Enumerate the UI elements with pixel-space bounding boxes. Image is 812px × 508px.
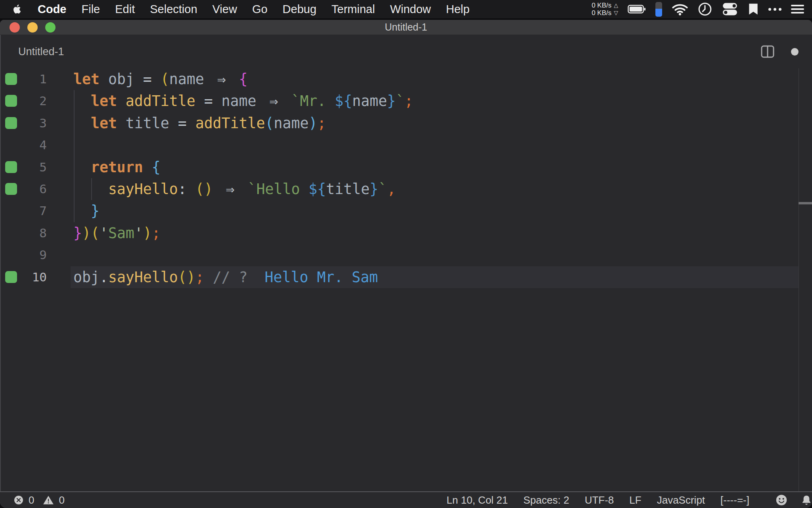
menu-list-icon[interactable] (791, 5, 804, 13)
code-line-1[interactable]: 1let obj = (name ⇒ { (0, 68, 812, 90)
menu-item-view[interactable]: View (213, 3, 237, 16)
status-item-utf-8[interactable]: UTF-8 (585, 494, 614, 506)
download-triangle-icon: ▽ (614, 9, 618, 17)
menu-item-file[interactable]: File (82, 3, 100, 16)
status-item-javascript[interactable]: JavaScript (657, 494, 705, 506)
code-line-3[interactable]: 3 let title = addTitle(name); (0, 112, 812, 134)
toggles-icon[interactable] (722, 2, 738, 17)
unsaved-changes-dot[interactable] (791, 48, 799, 56)
coverage-square (5, 117, 17, 129)
code-text: sayHello: () ⇒ `Hello ${title}`, (49, 178, 812, 200)
code-text: return { (49, 156, 812, 178)
coverage-square (5, 95, 17, 107)
code-line-6[interactable]: 6 sayHello: () ⇒ `Hello ${title}`, (0, 178, 812, 200)
line-number[interactable]: 7 (0, 200, 49, 222)
warnings-icon[interactable] (43, 495, 54, 505)
code-editor[interactable]: 1let obj = (name ⇒ {2 let addTitle = nam… (0, 68, 812, 491)
code-text: })('Sam'); (49, 222, 812, 244)
editor-tab-bar: Untitled-1 (0, 35, 812, 68)
clock-icon[interactable] (698, 2, 712, 16)
line-number[interactable]: 8 (0, 222, 49, 244)
status-bar: 0 0 Ln 10, Col 21Spaces: 2UTF-8LFJavaScr… (0, 491, 812, 508)
status-item-[interactable]: [----=-] (720, 494, 749, 506)
menu-bar-status-icons: 0 KB/s△ 0 KB/s▽ (592, 2, 804, 17)
menu-item-window[interactable]: Window (390, 3, 431, 16)
code-line-5[interactable]: 5 return { (0, 156, 812, 178)
status-item-lf[interactable]: LF (629, 494, 641, 506)
coverage-square (5, 73, 17, 85)
code-line-10[interactable]: 10obj.sayHello(); // ?Hello Mr. Sam (0, 266, 812, 288)
line-number[interactable]: 9 (0, 244, 49, 266)
tab-untitled-1[interactable]: Untitled-1 (18, 46, 64, 58)
code-line-4[interactable]: 4 (0, 134, 812, 156)
network-speed-indicator[interactable]: 0 KB/s△ 0 KB/s▽ (592, 2, 618, 17)
device-battery-icon[interactable] (655, 2, 662, 17)
window-title-bar[interactable]: Untitled-1 (0, 20, 812, 35)
line-number[interactable]: 4 (0, 134, 49, 156)
menu-item-go[interactable]: Go (252, 3, 268, 16)
coverage-square (5, 161, 17, 173)
code-text: obj.sayHello(); // ?Hello Mr. Sam (49, 266, 812, 288)
code-line-9[interactable]: 9 (0, 244, 812, 266)
notifications-bell-icon[interactable] (801, 494, 812, 506)
quokka-inline-value: Hello Mr. Sam (265, 269, 378, 286)
menu-item-debug[interactable]: Debug (283, 3, 316, 16)
warnings-count[interactable]: 0 (59, 494, 64, 506)
status-item-ln-10-col-21[interactable]: Ln 10, Col 21 (446, 494, 508, 506)
coverage-square (5, 271, 17, 283)
window-title: Untitled-1 (0, 21, 812, 33)
menu-item-selection[interactable]: Selection (150, 3, 197, 16)
vscode-window: Untitled-1 Untitled-1 1let obj = (name ⇒… (0, 20, 812, 508)
menu-item-help[interactable]: Help (446, 3, 470, 16)
status-item-spaces-2[interactable]: Spaces: 2 (523, 494, 569, 506)
code-text: let addTitle = name ⇒ `Mr. ${name}`; (49, 90, 812, 112)
menu-item-code[interactable]: Code (38, 3, 67, 16)
coverage-square (5, 183, 17, 195)
errors-icon[interactable] (13, 495, 24, 505)
code-text (49, 244, 812, 266)
battery-icon[interactable] (628, 4, 646, 14)
code-text: } (49, 200, 812, 222)
menu-items: Code FileEditSelectionViewGoDebugTermina… (38, 3, 469, 16)
menu-item-edit[interactable]: Edit (115, 3, 135, 16)
code-text (49, 134, 812, 156)
more-menu-icon[interactable] (768, 8, 781, 11)
split-editor-icon[interactable] (761, 45, 774, 58)
code-text: let obj = (name ⇒ { (49, 68, 812, 90)
wifi-icon[interactable] (672, 3, 688, 15)
code-line-8[interactable]: 8})('Sam'); (0, 222, 812, 244)
errors-count[interactable]: 0 (29, 494, 34, 506)
code-text: let title = addTitle(name); (49, 112, 812, 134)
feedback-smiley-icon[interactable] (776, 494, 787, 506)
code-line-2[interactable]: 2 let addTitle = name ⇒ `Mr. ${name}`; (0, 90, 812, 112)
macos-menu-bar: Code FileEditSelectionViewGoDebugTermina… (0, 0, 812, 18)
code-line-7[interactable]: 7 } (0, 200, 812, 222)
bookmark-app-icon[interactable] (748, 3, 759, 15)
apple-menu-icon[interactable] (12, 4, 21, 15)
upload-triangle-icon: △ (614, 2, 618, 9)
menu-item-terminal[interactable]: Terminal (331, 3, 375, 16)
